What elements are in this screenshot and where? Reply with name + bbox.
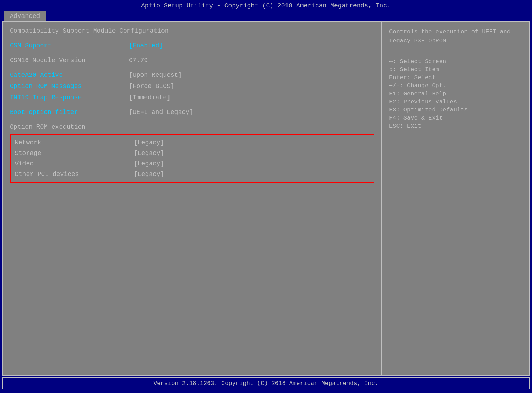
left-panel: Compatibility Support Module Configurati… bbox=[3, 22, 382, 375]
help-text: Controls the execution of UEFI and Legac… bbox=[389, 27, 522, 45]
csm16-label: CSM16 Module Version bbox=[10, 57, 129, 64]
storage-value: [Legacy] bbox=[134, 150, 164, 157]
gatea20-value: [Upon Request] bbox=[129, 72, 182, 79]
divider bbox=[389, 54, 522, 54]
key-hint-select-screen: ↔: Select Screen bbox=[389, 58, 522, 65]
tab-advanced[interactable]: Advanced bbox=[4, 11, 46, 21]
network-value: [Legacy] bbox=[134, 139, 164, 146]
csm-support-value: [Enabled] bbox=[129, 42, 163, 49]
csm-support-label: CSM Support bbox=[10, 42, 129, 49]
option-rom-execution-group: Network [Legacy] Storage [Legacy] Video … bbox=[10, 134, 374, 183]
section-title: Compatibility Support Module Configurati… bbox=[10, 27, 374, 34]
main-content: Compatibility Support Module Configurati… bbox=[2, 21, 530, 376]
option-rom-messages-label: Option ROM Messages bbox=[10, 83, 129, 90]
key-hint-change-opt: +/-: Change Opt. bbox=[389, 82, 522, 89]
app-title: Aptio Setup Utility - Copyright (C) 2018… bbox=[141, 2, 391, 9]
option-rom-execution-label: Option ROM execution bbox=[10, 121, 374, 133]
setting-row-other-pci[interactable]: Other PCI devices [Legacy] bbox=[15, 169, 369, 179]
key-hint-f3: F3: Optimized Defaults bbox=[389, 107, 522, 113]
setting-row-video[interactable]: Video [Legacy] bbox=[15, 158, 369, 169]
bottom-area: Version 2.18.1263. Copyright (C) 2018 Am… bbox=[0, 376, 532, 393]
status-bar: Version 2.18.1263. Copyright (C) 2018 Am… bbox=[2, 377, 530, 389]
int19-label: INT19 Trap Response bbox=[10, 94, 129, 101]
setting-row-gatea20[interactable]: GateA20 Active [Upon Request] bbox=[10, 69, 374, 81]
key-hint-f4: F4: Save & Exit bbox=[389, 115, 522, 121]
key-hint-enter-select: Enter: Select bbox=[389, 74, 522, 81]
key-hint-f1: F1: General Help bbox=[389, 90, 522, 97]
storage-label: Storage bbox=[15, 150, 134, 157]
key-hint-esc: ESC: Exit bbox=[389, 123, 522, 129]
network-label: Network bbox=[15, 139, 134, 146]
title-bar: Aptio Setup Utility - Copyright (C) 2018… bbox=[0, 0, 532, 9]
tab-bar: Advanced bbox=[0, 9, 532, 21]
setting-row-option-rom-messages[interactable]: Option ROM Messages [Force BIOS] bbox=[10, 81, 374, 92]
setting-row-storage[interactable]: Storage [Legacy] bbox=[15, 148, 369, 158]
video-value: [Legacy] bbox=[134, 160, 164, 167]
setting-row-csm-support[interactable]: CSM Support [Enabled] bbox=[10, 40, 374, 51]
setting-row-csm16: CSM16 Module Version 07.79 bbox=[10, 55, 374, 66]
setting-row-boot-filter[interactable]: Boot option filter [UEFI and Legacy] bbox=[10, 107, 374, 118]
boot-filter-label: Boot option filter bbox=[10, 109, 129, 116]
int19-value: [Immediate] bbox=[129, 94, 171, 101]
csm16-value: 07.79 bbox=[129, 57, 148, 64]
other-pci-value: [Legacy] bbox=[134, 171, 164, 178]
video-label: Video bbox=[15, 160, 134, 167]
option-rom-messages-value: [Force BIOS] bbox=[129, 83, 174, 90]
boot-filter-value: [UEFI and Legacy] bbox=[129, 109, 193, 116]
setting-row-network[interactable]: Network [Legacy] bbox=[15, 137, 369, 148]
gatea20-label: GateA20 Active bbox=[10, 72, 129, 79]
key-hint-f2: F2: Previous Values bbox=[389, 99, 522, 105]
setting-row-int19[interactable]: INT19 Trap Response [Immediate] bbox=[10, 92, 374, 103]
key-hints: ↔: Select Screen ↕: Select Item Enter: S… bbox=[389, 58, 522, 129]
other-pci-label: Other PCI devices bbox=[15, 171, 134, 178]
key-hint-select-item: ↕: Select Item bbox=[389, 66, 522, 73]
right-panel: Controls the execution of UEFI and Legac… bbox=[382, 22, 529, 375]
footer-text: Version 2.18.1263. Copyright (C) 2018 Am… bbox=[153, 380, 379, 387]
